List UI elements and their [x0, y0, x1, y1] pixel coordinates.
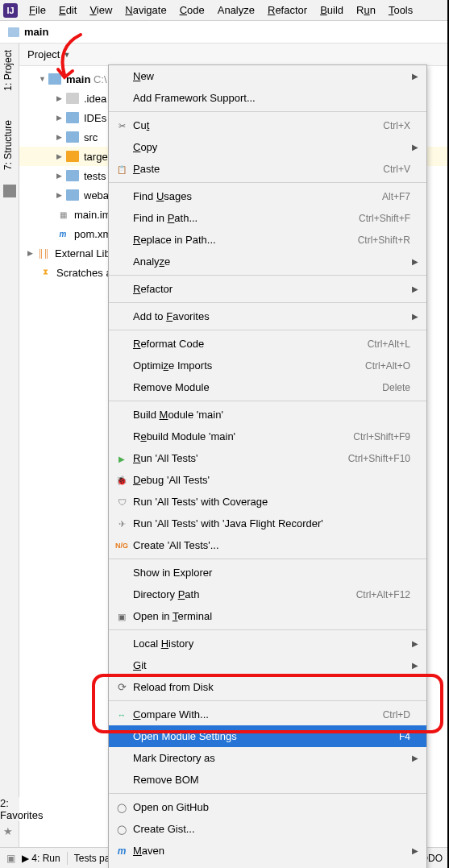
menu-item-remove-bom[interactable]: Remove BOM — [109, 769, 426, 791]
maven-icon: m — [56, 228, 69, 239]
folder-icon — [8, 27, 19, 37]
menu-item-run-all-tests[interactable]: Run 'All Tests'Ctrl+Shift+F10 — [109, 447, 426, 469]
menu-item-label: Open Module Settings — [130, 730, 399, 742]
menu-separator — [109, 559, 426, 559]
blank-icon — [114, 255, 130, 268]
tree-label: tests — [84, 170, 106, 182]
expand-icon[interactable]: ▶ — [27, 249, 35, 257]
menu-code[interactable]: Code — [173, 2, 211, 19]
shortcut-label: Ctrl+Shift+F — [359, 213, 410, 224]
menu-item-mark-directory-as[interactable]: Mark Directory as▶ — [109, 747, 426, 769]
menu-build[interactable]: Build — [314, 2, 350, 19]
menu-item-new[interactable]: New▶ — [109, 65, 426, 87]
menu-item-remove-module[interactable]: Remove ModuleDelete — [109, 376, 426, 398]
blank-icon — [114, 141, 130, 154]
menu-item-replace-in-path[interactable]: Replace in Path...Ctrl+Shift+R — [109, 229, 426, 251]
menu-item-label: Remove Module — [130, 381, 382, 393]
blank-icon — [114, 638, 130, 650]
menu-item-diagrams[interactable]: Diagrams▶ — [109, 862, 426, 868]
menu-item-create-all-tests[interactable]: N/GCreate 'All Tests'... — [109, 534, 426, 556]
expand-icon[interactable]: ▶ — [56, 172, 64, 180]
expand-icon[interactable]: ▶ — [56, 152, 64, 160]
project-view-header[interactable]: Project ▼ — [19, 44, 449, 66]
menu-item-find-in-path[interactable]: Find in Path...Ctrl+Shift+F — [109, 207, 426, 229]
menu-item-open-on-github[interactable]: Open on GitHub — [109, 796, 426, 818]
structure-tool-tab[interactable]: 7: Structure — [0, 114, 16, 177]
project-tool-tab[interactable]: 1: Project — [0, 44, 16, 98]
menu-tools[interactable]: Tools — [382, 2, 419, 19]
menu-item-label: New — [130, 70, 410, 82]
favorites-tool-tab[interactable]: 2: Favorites — [0, 797, 19, 821]
plane-icon — [114, 517, 130, 530]
github-icon — [114, 823, 130, 836]
run-icon — [114, 452, 130, 465]
menu-item-cut[interactable]: CutCtrl+X — [109, 114, 426, 136]
menu-item-open-module-settings[interactable]: Open Module SettingsF4 — [109, 725, 426, 747]
menu-item-label: Create Gist... — [130, 823, 410, 835]
menu-item-git[interactable]: Git▶ — [109, 654, 426, 676]
debug-icon — [114, 474, 130, 487]
blank-icon — [114, 359, 130, 372]
menu-item-reformat-code[interactable]: Reformat CodeCtrl+Alt+L — [109, 333, 426, 355]
breadcrumb-root[interactable]: main — [24, 26, 48, 38]
tool-icon[interactable] — [3, 185, 16, 197]
expand-icon[interactable]: ▶ — [56, 191, 64, 199]
cut-icon — [114, 119, 130, 132]
menu-navigate[interactable]: Navigate — [118, 2, 173, 19]
app-logo-icon: IJ — [3, 3, 18, 18]
expand-icon[interactable]: ▶ — [56, 94, 64, 102]
blank-icon — [114, 381, 130, 394]
menu-item-debug-all-tests[interactable]: Debug 'All Tests' — [109, 469, 426, 491]
menu-separator — [109, 401, 426, 401]
menu-view[interactable]: View — [83, 2, 118, 19]
menu-item-copy[interactable]: Copy▶ — [109, 136, 426, 158]
menu-item-directory-path[interactable]: Directory PathCtrl+Alt+F12 — [109, 584, 426, 605]
menu-file[interactable]: File — [23, 2, 52, 19]
term-icon — [114, 610, 130, 623]
menu-item-refactor[interactable]: Refactor▶ — [109, 278, 426, 300]
menu-item-find-usages[interactable]: Find UsagesAlt+F7 — [109, 185, 426, 207]
folder-icon — [66, 112, 79, 123]
expand-icon[interactable]: ▼ — [39, 75, 47, 83]
menu-run[interactable]: Run — [350, 2, 382, 19]
shortcut-label: Alt+F7 — [382, 191, 410, 202]
menu-item-show-in-explorer[interactable]: Show in Explorer — [109, 562, 426, 584]
star-icon[interactable]: ★ — [3, 825, 13, 837]
menu-item-optimize-imports[interactable]: Optimize ImportsCtrl+Alt+O — [109, 355, 426, 376]
menu-item-local-history[interactable]: Local History▶ — [109, 633, 426, 654]
menu-refactor[interactable]: Refactor — [261, 2, 314, 19]
menu-item-paste[interactable]: PasteCtrl+V — [109, 158, 426, 180]
menu-item-create-gist[interactable]: Create Gist... — [109, 818, 426, 840]
menu-analyze[interactable]: Analyze — [211, 2, 261, 19]
menu-item-label: Replace in Path... — [130, 234, 358, 246]
shortcut-label: Ctrl+Alt+L — [368, 338, 410, 350]
menu-item-rebuild-module-main[interactable]: Rebuild Module 'main'Ctrl+Shift+F9 — [109, 426, 426, 447]
menu-item-open-in-terminal[interactable]: Open in Terminal — [109, 605, 426, 627]
menu-item-compare-with[interactable]: Compare With...Ctrl+D — [109, 704, 426, 725]
shortcut-label: F4 — [399, 731, 410, 742]
menu-edit[interactable]: Edit — [52, 2, 83, 19]
menu-item-add-to-favorites[interactable]: Add to Favorites▶ — [109, 305, 426, 327]
run-tool-button[interactable]: ▶ 4: Run — [22, 853, 60, 864]
menu-item-maven[interactable]: mMaven▶ — [109, 840, 426, 862]
menu-item-analyze[interactable]: Analyze▶ — [109, 251, 426, 272]
menu-item-reload-from-disk[interactable]: Reload from Disk — [109, 676, 426, 698]
menu-separator — [109, 111, 426, 112]
blank-icon — [114, 212, 130, 225]
menu-separator — [109, 793, 426, 794]
menu-item-add-framework-support[interactable]: Add Framework Support... — [109, 87, 426, 109]
menu-item-run-all-tests-with-java-flight-recorder[interactable]: Run 'All Tests' with 'Java Flight Record… — [109, 513, 426, 534]
tree-label: src — [84, 131, 98, 143]
expand-icon[interactable]: ▶ — [56, 114, 64, 122]
menu-item-label: Paste — [130, 163, 383, 175]
menu-item-run-all-tests-with-coverage[interactable]: Run 'All Tests' with Coverage — [109, 491, 426, 513]
menu-separator — [109, 330, 426, 330]
menu-item-build-module-main[interactable]: Build Module 'main' — [109, 404, 426, 426]
blank-icon — [114, 588, 130, 601]
menu-item-label: Run 'All Tests' with Coverage — [130, 496, 410, 508]
project-view-mode: Project — [27, 48, 60, 60]
menu-item-label: Run 'All Tests' with 'Java Flight Record… — [130, 517, 410, 530]
github-icon — [114, 801, 130, 814]
menu-item-label: Directory Path — [130, 588, 356, 600]
expand-icon[interactable]: ▶ — [56, 133, 64, 141]
